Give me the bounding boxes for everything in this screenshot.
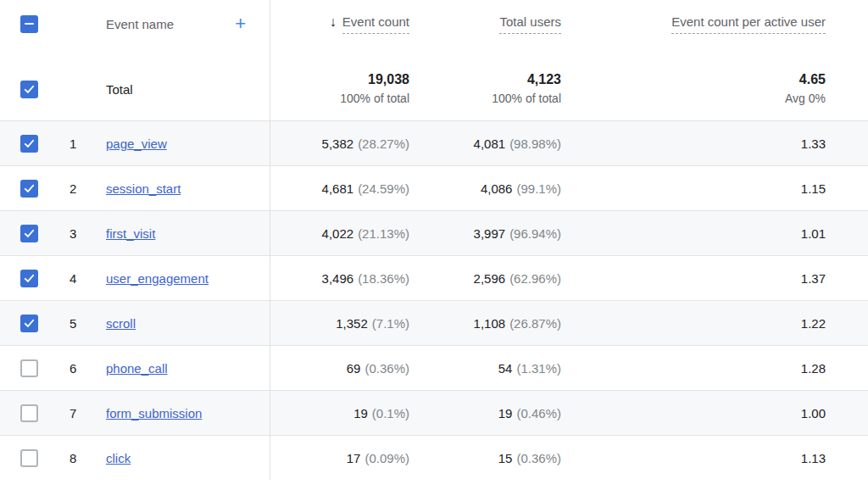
row-index: 1: [56, 136, 106, 151]
event-count-cell: 1,352(7.1%): [270, 316, 409, 331]
table-row: 1 page_view 5,382(28.27%) 4,081(98.98%) …: [0, 121, 868, 166]
total-users-value: 4,086: [481, 181, 513, 196]
total-users-value: 2,596: [474, 271, 506, 286]
event-count-value: 4,681: [322, 181, 354, 196]
event-count-value: 19: [353, 406, 368, 420]
table-row: 3 first_visit 4,022(21.13%) 3,997(96.94%…: [0, 211, 868, 256]
per-active-user-value: 1.13: [801, 451, 826, 465]
total-users-cell: 2,596(62.96%): [409, 271, 561, 286]
per-active-user-cell: 1.37: [561, 271, 826, 286]
event-name-link[interactable]: page_view: [106, 136, 167, 151]
total-users-pct: (62.96%): [509, 271, 561, 286]
total-users-pct: (96.94%): [509, 226, 561, 241]
event-count-per-active-user-column-header[interactable]: Event count per active user: [671, 14, 826, 34]
event-count-cell: 17(0.09%): [270, 451, 409, 465]
add-dimension-icon[interactable]: +: [235, 14, 246, 33]
checkmark-icon: [23, 137, 36, 150]
row-checkbox[interactable]: [20, 449, 38, 467]
total-event-count: 19,038: [270, 70, 409, 89]
total-users-value: 54: [498, 361, 513, 376]
total-event-count-sub: 100% of total: [270, 89, 409, 109]
per-active-user-value: 1.15: [801, 181, 826, 196]
total-users-cell: 19(0.46%): [409, 406, 561, 420]
total-users-cell: 4,086(99.1%): [409, 181, 561, 196]
table-body: 1 page_view 5,382(28.27%) 4,081(98.98%) …: [0, 121, 868, 480]
checkmark-icon: [23, 83, 36, 96]
event-count-pct: (0.1%): [372, 406, 409, 420]
table-row: 7 form_submission 19(0.1%) 19(0.46%) 1.0…: [0, 391, 868, 436]
event-count-pct: (28.27%): [358, 136, 409, 151]
column-divider: [270, 0, 270, 480]
table-header-row: Event name + ↓Event count Total users Ev…: [0, 0, 868, 47]
event-count-cell: 4,681(24.59%): [270, 181, 409, 196]
select-all-checkbox[interactable]: [20, 15, 38, 33]
total-row: Total 19,038 100% of total 4,123 100% of…: [0, 47, 868, 121]
event-count-cell: 3,496(18.36%): [270, 271, 409, 286]
table-row: 6 phone_call 69(0.36%) 54(1.31%) 1.28: [0, 346, 868, 391]
events-table: Event name + ↓Event count Total users Ev…: [0, 0, 868, 480]
event-count-pct: (21.13%): [358, 226, 409, 241]
per-active-user-cell: 1.22: [561, 316, 826, 331]
per-active-user-value: 1.37: [801, 271, 826, 286]
event-name-column-header[interactable]: Event name: [106, 17, 174, 31]
per-active-user-value: 1.00: [801, 406, 826, 420]
total-checkbox-cell: [0, 81, 56, 98]
header-event-count-cell: ↓Event count: [270, 14, 409, 34]
total-users-pct: (1.31%): [516, 361, 561, 376]
event-count-column-header[interactable]: Event count: [342, 14, 409, 34]
event-name-link[interactable]: scroll: [106, 316, 136, 331]
per-active-user-value: 1.28: [801, 361, 826, 376]
header-name-cell: Event name +: [106, 14, 270, 33]
event-name-link[interactable]: form_submission: [106, 406, 202, 420]
row-checkbox[interactable]: [20, 135, 38, 153]
event-name-link[interactable]: click: [106, 451, 131, 465]
total-users-cell: 15(0.36%): [409, 451, 561, 465]
row-checkbox[interactable]: [20, 225, 38, 242]
event-count-value: 69: [347, 361, 361, 376]
row-checkbox[interactable]: [20, 180, 38, 198]
row-checkbox[interactable]: [20, 270, 38, 287]
table-row: 5 scroll 1,352(7.1%) 1,108(26.87%) 1.22: [0, 301, 868, 346]
total-checkbox[interactable]: [20, 81, 38, 98]
row-index: 5: [56, 316, 106, 331]
table-row: 8 click 17(0.09%) 15(0.36%) 1.13: [0, 436, 868, 480]
total-users-value: 1,108: [474, 316, 506, 331]
total-users: 4,123: [409, 70, 561, 89]
event-count-cell: 5,382(28.27%): [270, 136, 409, 151]
per-active-user-value: 1.33: [801, 136, 826, 151]
row-index: 2: [56, 181, 106, 196]
total-users-sub: 100% of total: [409, 89, 561, 109]
event-count-value: 5,382: [322, 136, 354, 151]
header-checkbox-cell: [0, 15, 56, 33]
total-users-pct: (0.36%): [516, 451, 561, 465]
row-checkbox[interactable]: [20, 359, 38, 377]
row-checkbox[interactable]: [20, 404, 38, 422]
row-index: 8: [56, 451, 106, 465]
total-users-pct: (0.46%): [516, 406, 561, 420]
event-name-link[interactable]: session_start: [106, 181, 181, 196]
total-users-cell: 4,081(98.98%): [409, 136, 561, 151]
per-active-user-cell: 1.28: [561, 361, 826, 376]
event-count-pct: (7.1%): [372, 316, 409, 331]
total-users-value: 4,081: [474, 136, 506, 151]
checkmark-icon: [23, 317, 36, 330]
event-count-value: 1,352: [336, 316, 368, 331]
total-users-value: 19: [498, 406, 513, 420]
row-index: 7: [56, 406, 106, 420]
row-index: 3: [56, 226, 106, 241]
event-count-pct: (24.59%): [358, 181, 409, 196]
row-checkbox[interactable]: [20, 315, 38, 332]
header-total-users-cell: Total users: [409, 14, 561, 34]
row-index: 4: [56, 271, 106, 286]
per-active-user-value: 1.01: [801, 226, 826, 241]
event-name-link[interactable]: first_visit: [106, 226, 155, 241]
event-count-pct: (0.36%): [364, 361, 409, 376]
event-name-link[interactable]: user_engagement: [106, 271, 209, 286]
total-users-column-header[interactable]: Total users: [499, 14, 561, 34]
total-event-count-cell: 19,038 100% of total: [270, 70, 409, 109]
total-label: Total: [106, 82, 270, 97]
event-name-link[interactable]: phone_call: [106, 361, 168, 376]
sort-descending-icon: ↓: [330, 14, 337, 29]
total-users-pct: (26.87%): [509, 316, 561, 331]
per-active-user-cell: 1.13: [561, 451, 826, 465]
